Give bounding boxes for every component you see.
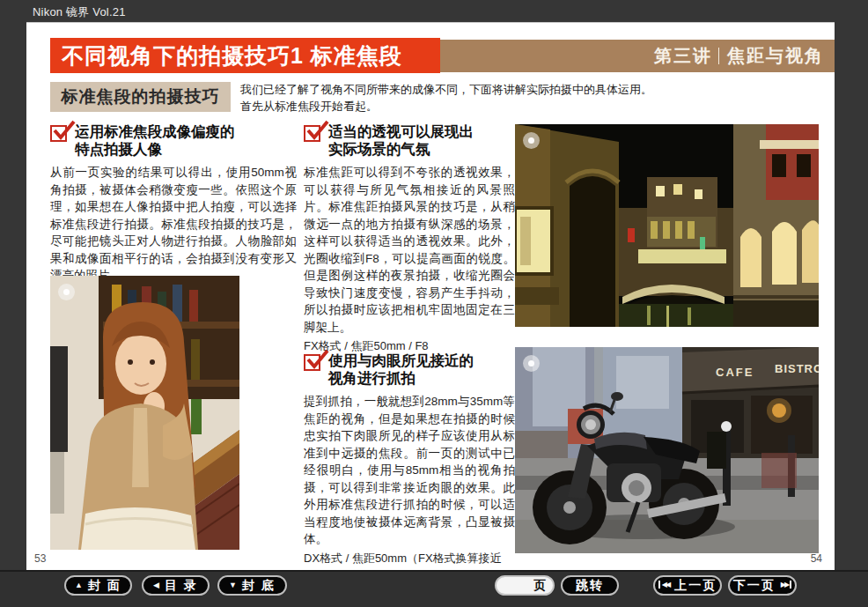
next-page-button[interactable]: 下一页 ▶▶ [728, 575, 797, 596]
page-headline-banner: 不同视角下的拍摄技巧1 标准焦段 [50, 38, 440, 73]
toc-button[interactable]: ◀ 目 录 [142, 575, 210, 596]
chapter-divider [718, 48, 719, 64]
left-triangle-icon: ◀ [153, 581, 159, 589]
ebook-title: Nikon 镜界 Vol.21 [33, 4, 126, 20]
red-checkbox-icon [50, 125, 67, 142]
jump-button[interactable]: 跳转 [561, 575, 619, 596]
fast-forward-icon: ▶▶ [781, 581, 791, 588]
up-triangle-icon: ▲ [75, 581, 83, 589]
article-heading: 使用与肉眼所见接近的 视角进行抓拍 [304, 352, 515, 387]
reader-navbar: ▲ 封 面 ◀ 目 录 ▼ 封 底 页 跳转 ◀◀ 上一页 下一页 ▶▶ [0, 570, 868, 607]
article-body: 从前一页实验的结果可以得出，使用50mm视角拍摄，被摄体会稍微变瘦一些。依照这个… [50, 164, 297, 285]
article-body: 标准焦距可以得到不夸张的透视效果，可以获得与所见气氛相接近的风景照片。标准焦距拍… [304, 164, 515, 336]
zoom-watermark-icon [523, 132, 540, 149]
intro-text: 我们已经了解了视角不同所带来的成像不同，下面将讲解实际拍摄中的具体运用。 首先从… [240, 81, 663, 115]
page-unit-label: 页 [533, 578, 546, 594]
night-canal-photo[interactable] [515, 124, 819, 327]
back-cover-button[interactable]: ▼ 封 底 [217, 575, 287, 596]
portrait-photo[interactable] [50, 276, 239, 550]
page-number-left: 53 [34, 552, 46, 565]
red-checkbox-icon [304, 354, 320, 371]
zoom-watermark-icon [523, 355, 540, 372]
article-body: 提到抓拍，一般就想到28mm与35mm等焦距的视角，但是如果想在拍摄的时候忠实拍… [304, 393, 515, 548]
cafe-sign-word2: BISTROT [775, 362, 819, 375]
chapter-banner: 第三讲 焦距与视角 [440, 40, 835, 72]
article-title: 运用标准焦段成像偏瘦的 特点拍摄人像 [75, 122, 235, 158]
chapter-topic: 焦距与视角 [727, 44, 824, 68]
article-title: 适当的透视可以展现出 实际场景的气氛 [328, 122, 474, 158]
cover-button[interactable]: ▲ 封 面 [64, 575, 132, 596]
article-heading: 运用标准焦段成像偏瘦的 特点拍摄人像 [50, 122, 297, 158]
article-perspective-tip: 适当的透视可以展现出 实际场景的气氛 标准焦距可以得到不夸张的透视效果，可以获得… [304, 122, 515, 354]
article-heading: 适当的透视可以展现出 实际场景的气氛 [304, 122, 515, 158]
prev-page-button[interactable]: ◀◀ 上一页 [653, 575, 722, 596]
intro-line-2: 首先从标准焦段开始看起。 [240, 98, 663, 115]
section-label: 标准焦段的拍摄技巧 [50, 82, 231, 112]
article-snapshot-tip: 使用与肉眼所见接近的 视角进行抓拍 提到抓拍，一般就想到28mm与35mm等焦距… [304, 352, 515, 583]
page-number-right: 54 [811, 552, 822, 565]
red-checkbox-icon [304, 125, 320, 142]
zoom-watermark-icon [58, 284, 75, 300]
page-number-entry[interactable]: 页 [495, 575, 555, 596]
chapter-lecture: 第三讲 [654, 44, 712, 68]
cafe-sign-word1: CAFE [716, 366, 754, 379]
magazine-page: 不同视角下的拍摄技巧1 标准焦段 第三讲 焦距与视角 标准焦段的拍摄技巧 我们已… [26, 22, 835, 570]
rewind-icon: ◀◀ [658, 581, 669, 588]
page-number-input[interactable] [505, 579, 530, 592]
motorcycle-photo[interactable]: CAFE BISTROT [515, 347, 819, 553]
down-triangle-icon: ▼ [229, 581, 237, 589]
article-title: 使用与肉眼所见接近的 视角进行抓拍 [328, 352, 474, 387]
intro-line-1: 我们已经了解了视角不同所带来的成像不同，下面将讲解实际拍摄中的具体运用。 [240, 81, 663, 98]
